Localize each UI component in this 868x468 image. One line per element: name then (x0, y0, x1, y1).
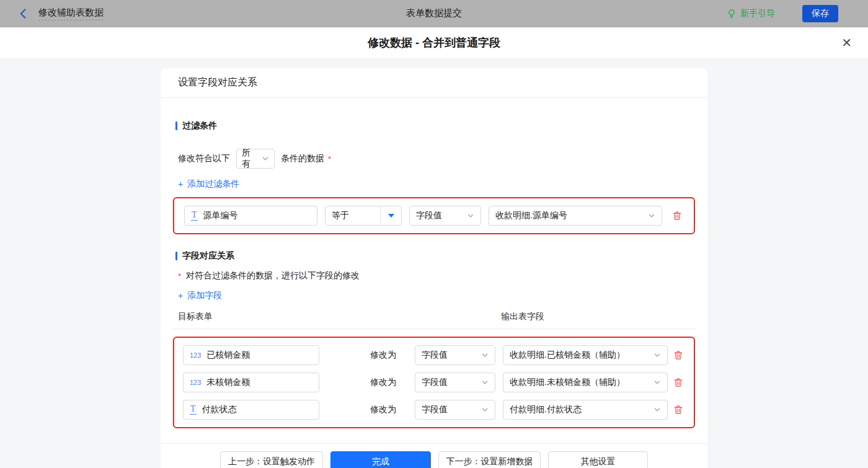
mapping-section-title: 字段对应关系 (175, 250, 695, 262)
triangle-down-icon (388, 214, 394, 218)
topbar-right: 新手引导 保存 (727, 5, 858, 22)
filter-field-input[interactable]: T 源单编号 (184, 206, 317, 226)
add-field-label: 添加字段 (187, 290, 222, 301)
match-mode-select[interactable]: 所有 (236, 149, 275, 169)
section-bar-icon (175, 121, 177, 130)
back-page-title[interactable]: 修改辅助表数据 (38, 7, 104, 20)
save-button[interactable]: 保存 (802, 5, 838, 22)
output-field-value: 收款明细.已核销金额（辅助） (510, 350, 625, 361)
next-step-button[interactable]: 下一步：设置新增数据 (438, 451, 541, 468)
number-field-type-icon: 123 (190, 352, 201, 359)
chevron-down-icon (481, 379, 489, 386)
beginner-guide-label: 新手引导 (740, 8, 775, 19)
value-type-value: 字段值 (422, 404, 448, 415)
settings-card: 设置字段对应关系 过滤条件 修改符合以下 所有 条件的数据 * + (161, 68, 707, 468)
dialog-title: 修改数据 - 合并到普通字段 (368, 35, 500, 50)
mapping-column-headers: 目标表单 输出表字段 (173, 311, 695, 329)
chevron-down-icon (648, 212, 655, 219)
mapping-row: T 付款状态 修改为 字段值 付款明细.付款状态 (183, 400, 685, 420)
close-icon[interactable]: ✕ (841, 37, 852, 49)
target-field-value: 未核销金额 (206, 377, 250, 388)
mapping-note: * 对符合过滤条件的数据，进行以下字段的修改 (178, 270, 695, 281)
output-field-value: 付款明细.付款状态 (510, 404, 582, 415)
add-filter-condition-link[interactable]: + 添加过滤条件 (178, 179, 239, 190)
delete-icon[interactable] (671, 210, 684, 221)
page-title: 表单数据提交 (406, 7, 462, 19)
chevron-down-icon (653, 379, 661, 386)
output-field-select[interactable]: 付款明细.付款状态 (503, 400, 668, 420)
match-prefix-label: 修改符合以下 (178, 153, 230, 164)
delete-icon[interactable] (673, 377, 685, 388)
mapping-section-label: 字段对应关系 (182, 250, 234, 262)
lightbulb-icon (727, 9, 737, 19)
section-bar-icon (175, 252, 177, 260)
operator-select[interactable]: 等于 (325, 206, 402, 226)
delete-icon[interactable] (673, 350, 685, 361)
filter-section-title: 过滤条件 (175, 120, 695, 131)
card-body: 过滤条件 修改符合以下 所有 条件的数据 * + 添加过滤条件 (161, 120, 707, 428)
output-field-value: 收款明细.未核销金额（辅助） (510, 377, 625, 388)
column-header-target: 目标表单 (178, 311, 501, 322)
value-type-value: 字段值 (422, 350, 448, 361)
match-mode-value: 所有 (242, 148, 257, 170)
text-field-type-icon: T (190, 405, 197, 415)
dialog-footer: 上一步：设置触发动作 完成 下一步：设置新增数据 其他设置 (161, 443, 707, 468)
add-filter-condition-label: 添加过滤条件 (187, 179, 239, 190)
value-field-value: 收款明细.源单编号 (495, 210, 567, 221)
operator-dropdown-button[interactable] (380, 206, 401, 225)
chevron-down-icon (653, 406, 661, 413)
value-type-value: 字段值 (422, 377, 448, 388)
filter-row: T 源单编号 等于 字段值 收款明细.源单编号 (184, 206, 684, 226)
top-navigation-bar: 修改辅助表数据 表单数据提交 新手引导 保存 (0, 0, 868, 27)
chevron-down-icon (262, 155, 269, 162)
modify-to-label: 修改为 (370, 377, 396, 388)
value-type-select[interactable]: 字段值 (415, 373, 495, 392)
output-field-select[interactable]: 收款明细.未核销金额（辅助） (503, 373, 668, 392)
topbar-left: 修改辅助表数据 (10, 7, 104, 20)
dialog-header: 修改数据 - 合并到普通字段 ✕ (0, 27, 868, 59)
mapping-row: 123 已核销金额 修改为 字段值 收款明细.已核销金额（辅助） (183, 345, 685, 365)
previous-step-button[interactable]: 上一步：设置触发动作 (220, 451, 323, 468)
chevron-down-icon (653, 351, 661, 359)
target-field-value: 已核销金额 (206, 350, 250, 361)
chevron-down-icon (467, 212, 474, 219)
value-type-value: 字段值 (416, 210, 442, 221)
target-field-input[interactable]: T 付款状态 (183, 400, 319, 420)
modify-to-label: 修改为 (370, 350, 396, 361)
modify-to-label: 修改为 (370, 404, 396, 415)
target-field-input[interactable]: 123 已核销金额 (183, 345, 319, 365)
mapping-rows: 123 已核销金额 修改为 字段值 收款明细.已核销金额（辅助） (183, 345, 685, 420)
add-field-link[interactable]: + 添加字段 (178, 290, 222, 301)
value-type-select[interactable]: 字段值 (415, 400, 495, 420)
mapping-note-text: 对符合过滤条件的数据，进行以下字段的修改 (186, 270, 360, 281)
value-type-select[interactable]: 字段值 (415, 345, 495, 365)
required-asterisk: * (178, 272, 181, 281)
required-asterisk: * (328, 154, 331, 164)
delete-icon[interactable] (673, 404, 685, 415)
chevron-down-icon (481, 351, 489, 359)
match-suffix-label: 条件的数据 (281, 153, 324, 164)
target-field-input[interactable]: 123 未核销金额 (183, 373, 319, 392)
filter-section-label: 过滤条件 (182, 120, 217, 131)
back-icon[interactable] (17, 7, 30, 20)
filter-highlight-box: T 源单编号 等于 字段值 收款明细.源单编号 (173, 197, 695, 234)
text-field-type-icon: T (191, 211, 198, 221)
operator-value: 等于 (326, 206, 380, 225)
column-header-output: 输出表字段 (501, 311, 544, 322)
mapping-row: 123 未核销金额 修改为 字段值 收款明细.未核销金额（辅助） (183, 373, 685, 392)
screen: 修改辅助表数据 表单数据提交 新手引导 保存 修改数据 - 合并到普通字段 ✕ … (0, 0, 868, 468)
filter-field-value: 源单编号 (203, 210, 238, 221)
match-condition-row: 修改符合以下 所有 条件的数据 * (178, 149, 695, 169)
mapping-highlight-box: 123 已核销金额 修改为 字段值 收款明细.已核销金额（辅助） (173, 337, 695, 428)
card-title: 设置字段对应关系 (161, 68, 707, 98)
output-field-select[interactable]: 收款明细.已核销金额（辅助） (503, 345, 668, 365)
done-button[interactable]: 完成 (330, 451, 431, 468)
plus-icon: + (178, 291, 183, 301)
value-field-select[interactable]: 收款明细.源单编号 (489, 206, 662, 226)
other-settings-button[interactable]: 其他设置 (548, 451, 648, 468)
beginner-guide-link[interactable]: 新手引导 (727, 8, 775, 19)
number-field-type-icon: 123 (190, 379, 201, 386)
target-field-value: 付款状态 (202, 404, 237, 415)
value-type-select[interactable]: 字段值 (409, 206, 481, 226)
chevron-down-icon (481, 406, 489, 413)
